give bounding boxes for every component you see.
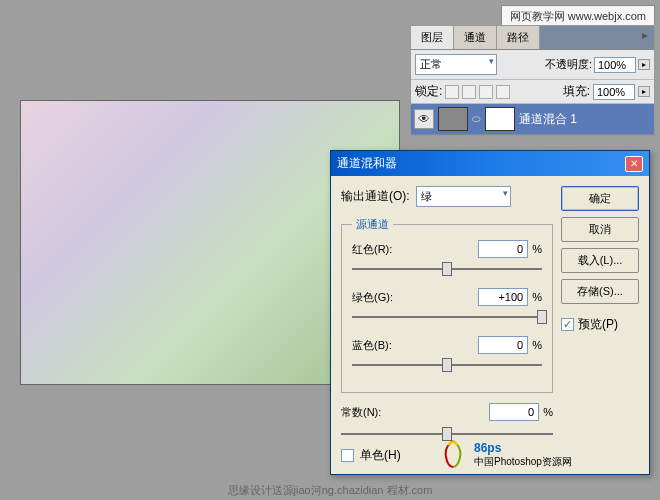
fill-arrow-icon[interactable]: ▸ (638, 86, 650, 97)
blue-input[interactable] (478, 336, 528, 354)
layer-item[interactable]: 👁 ⬭ 通道混合 1 (411, 104, 654, 135)
mask-thumb (485, 107, 515, 131)
footer-watermark: 思缘设计送源jiao河ng.chazidian 程材.com (228, 483, 433, 498)
blue-label: 蓝色(B): (352, 338, 392, 353)
pct-label: % (532, 243, 542, 255)
source-legend: 源通道 (352, 217, 393, 232)
tab-channels[interactable]: 通道 (454, 26, 497, 49)
lock-position-icon[interactable] (479, 85, 493, 99)
green-slider-group: 绿色(G): % (352, 288, 542, 324)
blend-mode-select[interactable]: 正常 (415, 54, 497, 75)
lock-transparency-icon[interactable] (445, 85, 459, 99)
opacity-arrow-icon[interactable]: ▸ (638, 59, 650, 70)
logo-swirl-icon (436, 437, 470, 471)
red-slider-group: 红色(R): % (352, 240, 542, 276)
pct-label: % (543, 406, 553, 418)
tab-paths[interactable]: 路径 (497, 26, 540, 49)
source-channels-fieldset: 源通道 红色(R): % 绿色(G): % (341, 217, 553, 393)
green-slider-thumb[interactable] (537, 310, 547, 324)
output-channel-label: 输出通道(O): (341, 188, 410, 205)
green-slider[interactable] (352, 310, 542, 324)
layers-panel: 图层 通道 路径 ▸ 正常 不透明度: 100% ▸ 锁定: 填充: 100% … (410, 25, 655, 136)
monochrome-checkbox[interactable] (341, 449, 354, 462)
layers-blend-row: 正常 不透明度: 100% ▸ (411, 50, 654, 80)
red-slider[interactable] (352, 262, 542, 276)
red-slider-thumb[interactable] (442, 262, 452, 276)
pct-label: % (532, 339, 542, 351)
red-input[interactable] (478, 240, 528, 258)
preview-label: 预览(P) (578, 316, 618, 333)
logo-brand: 86ps (474, 441, 501, 455)
watermark-logo: 86ps 中国Photoshop资源网 (436, 437, 572, 471)
monochrome-label: 单色(H) (360, 447, 401, 464)
tab-layers[interactable]: 图层 (411, 26, 454, 49)
cancel-button[interactable]: 取消 (561, 217, 639, 242)
lock-all-icon[interactable] (496, 85, 510, 99)
dialog-titlebar[interactable]: 通道混和器 ✕ (331, 151, 649, 176)
dialog-title-text: 通道混和器 (337, 155, 397, 172)
panel-menu-icon[interactable]: ▸ (636, 26, 654, 49)
blue-slider-thumb[interactable] (442, 358, 452, 372)
green-input[interactable] (478, 288, 528, 306)
layer-name: 通道混合 1 (519, 111, 577, 128)
opacity-label: 不透明度: (545, 57, 592, 72)
layer-list: 👁 ⬭ 通道混合 1 (411, 104, 654, 135)
fill-value[interactable]: 100% (593, 84, 635, 100)
save-button[interactable]: 存储(S)... (561, 279, 639, 304)
green-label: 绿色(G): (352, 290, 393, 305)
opacity-value[interactable]: 100% (594, 57, 636, 73)
lock-row: 锁定: 填充: 100% ▸ (411, 80, 654, 104)
output-channel-select[interactable]: 绿 (416, 186, 511, 207)
ok-button[interactable]: 确定 (561, 186, 639, 211)
lock-pixels-icon[interactable] (462, 85, 476, 99)
red-label: 红色(R): (352, 242, 392, 257)
lock-label: 锁定: (415, 83, 442, 100)
preview-checkbox[interactable] (561, 318, 574, 331)
channel-mixer-dialog: 通道混和器 ✕ 输出通道(O): 绿 源通道 红色(R): % (330, 150, 650, 475)
link-icon: ⬭ (472, 113, 481, 125)
load-button[interactable]: 载入(L)... (561, 248, 639, 273)
visibility-icon[interactable]: 👁 (414, 109, 434, 129)
constant-label: 常数(N): (341, 405, 381, 420)
layers-tabs: 图层 通道 路径 ▸ (411, 26, 654, 50)
close-icon[interactable]: ✕ (625, 156, 643, 172)
blue-slider[interactable] (352, 358, 542, 372)
logo-tagline: 中国Photoshop资源网 (474, 455, 572, 469)
fill-label: 填充: (563, 83, 590, 100)
blue-slider-group: 蓝色(B): % (352, 336, 542, 372)
constant-input[interactable] (489, 403, 539, 421)
pct-label: % (532, 291, 542, 303)
adjustment-thumb (438, 107, 468, 131)
